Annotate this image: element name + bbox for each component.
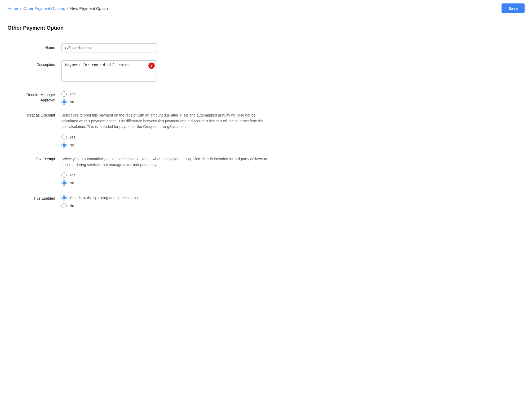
tax-exempt-row: Tax Exempt Select yes to automatically m… (7, 156, 326, 186)
breadcrumb-current: New Payment Option (70, 6, 108, 11)
manager-approval-row: Require ManagerApproval Yes No (7, 90, 326, 105)
tax-exempt-yes-label: Yes (69, 173, 76, 177)
tips-enabled-yes-radio[interactable] (61, 195, 67, 200)
manager-approval-label: Require ManagerApproval (7, 90, 55, 103)
name-label: Name (7, 43, 55, 50)
tips-enabled-row: Tips Enabled Yes, show the tip dialog an… (7, 194, 326, 208)
save-button[interactable]: Save (502, 3, 525, 13)
treat-as-discount-group: Yes No (61, 133, 268, 148)
breadcrumb-parent[interactable]: Other Payment Options (23, 6, 65, 11)
treat-as-discount-description: Select yes to print this payment on the … (61, 113, 268, 130)
description-label: Description (7, 60, 55, 67)
breadcrumb-sep-1: / (20, 6, 21, 11)
page-title: Other Payment Option (7, 25, 326, 31)
tips-enabled-label: Tips Enabled (7, 194, 55, 200)
tips-enabled-group: Yes, show the tip dialog and tip receipt… (61, 194, 139, 208)
breadcrumb: Home / Other Payment Options / New Payme… (7, 6, 108, 11)
manager-approval-yes-radio[interactable] (61, 91, 67, 97)
tips-enabled-no-label: No (69, 204, 74, 208)
treat-as-discount-label: Treat as Discount (7, 113, 55, 117)
treat-as-discount-no-option[interactable]: No (61, 142, 268, 148)
main-content: Other Payment Option Name Description 1 … (0, 17, 334, 232)
tax-exempt-description: Select yes to automatically make the che… (61, 156, 268, 168)
manager-approval-group: Yes No (61, 90, 76, 105)
top-bar: Home / Other Payment Options / New Payme… (0, 0, 532, 17)
treat-as-discount-no-radio[interactable] (61, 142, 67, 148)
treat-as-discount-yes-radio[interactable] (61, 135, 67, 140)
treat-as-discount-row: Treat as Discount Select yes to print th… (7, 113, 326, 148)
description-textarea[interactable] (61, 60, 157, 82)
tax-exempt-no-option[interactable]: No (61, 180, 268, 186)
tax-exempt-no-label: No (69, 181, 74, 185)
tips-enabled-yes-label: Yes, show the tip dialog and tip receipt… (69, 196, 139, 200)
breadcrumb-sep-2: / (67, 6, 68, 11)
treat-as-discount-yes-label: Yes (69, 135, 76, 139)
tips-enabled-no-radio[interactable] (61, 203, 67, 208)
manager-approval-no-option[interactable]: No (61, 99, 76, 105)
tax-exempt-label: Tax Exempt (7, 156, 55, 161)
breadcrumb-home[interactable]: Home (7, 6, 18, 11)
manager-approval-yes-label: Yes (69, 92, 76, 96)
treat-as-discount-no-label: No (69, 143, 74, 147)
manager-approval-no-radio[interactable] (61, 99, 67, 105)
section-divider (7, 35, 326, 35)
treat-as-discount-yes-option[interactable]: Yes (61, 135, 268, 140)
tips-enabled-yes-option[interactable]: Yes, show the tip dialog and tip receipt… (61, 195, 139, 200)
tax-exempt-group: Yes No (61, 171, 268, 186)
tax-exempt-yes-option[interactable]: Yes (61, 172, 268, 178)
description-wrapper: 1 (61, 60, 157, 82)
tax-exempt-no-radio[interactable] (61, 180, 67, 186)
manager-approval-yes-option[interactable]: Yes (61, 91, 76, 97)
tax-exempt-field: Select yes to automatically make the che… (61, 156, 268, 186)
name-row: Name (7, 43, 326, 52)
treat-as-discount-field: Select yes to print this payment on the … (61, 113, 268, 148)
tax-exempt-yes-radio[interactable] (61, 172, 67, 178)
manager-approval-no-label: No (69, 100, 74, 104)
tips-enabled-no-option[interactable]: No (61, 203, 139, 208)
description-row: Description 1 (7, 60, 326, 82)
name-input[interactable] (61, 43, 157, 52)
